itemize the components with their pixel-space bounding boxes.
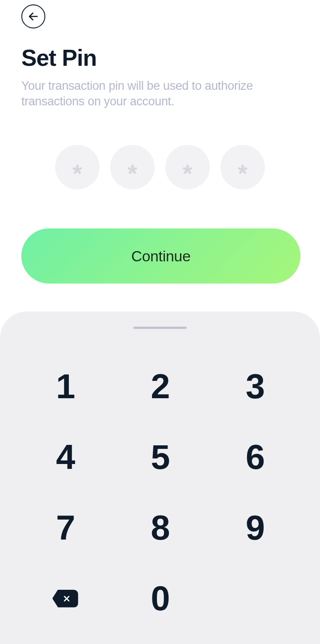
- sheet-grabber[interactable]: [133, 327, 187, 329]
- pin-slot-4: *: [220, 145, 265, 189]
- key-backspace[interactable]: [18, 563, 112, 634]
- key-1[interactable]: 1: [18, 351, 112, 422]
- arrow-left-icon: [28, 11, 39, 22]
- key-3[interactable]: 3: [208, 351, 302, 422]
- pin-slot-1: *: [55, 145, 100, 189]
- pin-slot-2: *: [110, 145, 155, 189]
- page-title: Set Pin: [21, 44, 299, 71]
- pin-slot-3: *: [165, 145, 210, 189]
- key-4[interactable]: 4: [18, 422, 112, 492]
- key-8[interactable]: 8: [112, 492, 207, 563]
- key-2[interactable]: 2: [112, 351, 207, 422]
- key-0[interactable]: 0: [112, 563, 207, 634]
- key-6[interactable]: 6: [208, 422, 302, 492]
- pin-input-group: * * * *: [21, 145, 299, 189]
- back-button[interactable]: [21, 4, 45, 28]
- key-9[interactable]: 9: [208, 492, 302, 563]
- key-empty: [208, 563, 302, 634]
- keypad-panel: 1 2 3 4 5 6 7 8 9 0: [0, 312, 320, 644]
- page-subtitle: Your transaction pin will be used to aut…: [21, 78, 288, 109]
- key-5[interactable]: 5: [112, 422, 207, 492]
- key-7[interactable]: 7: [18, 492, 112, 563]
- numeric-keypad: 1 2 3 4 5 6 7 8 9 0: [0, 351, 320, 634]
- backspace-icon: [52, 590, 78, 608]
- continue-button[interactable]: Continue: [21, 228, 300, 284]
